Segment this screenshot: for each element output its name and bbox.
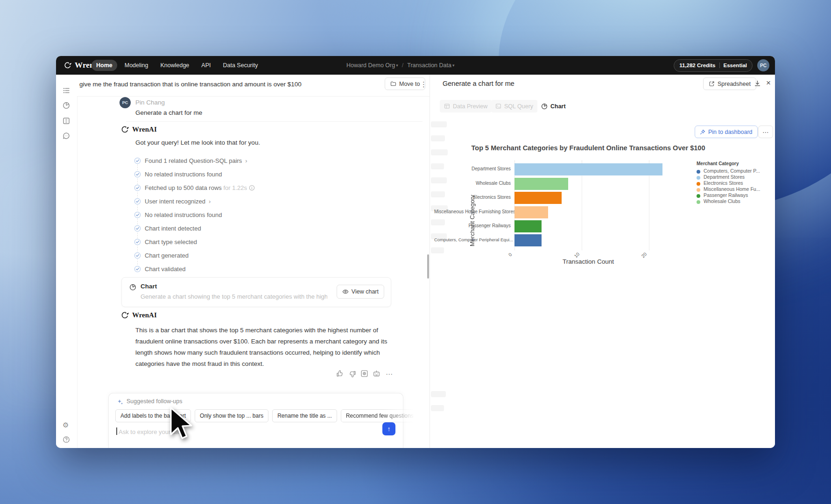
user-name: Pin Chang <box>135 99 165 106</box>
arrow-up-icon: ↑ <box>387 425 391 433</box>
thread-menu-kebab-icon[interactable]: ⋮ <box>420 80 427 89</box>
user-message: Generate a chart for me <box>135 109 202 116</box>
help-icon[interactable] <box>63 436 70 443</box>
download-icon[interactable] <box>754 80 761 87</box>
legend-dot <box>697 176 700 180</box>
pin-label: Pin to dashboard <box>708 129 753 135</box>
category-label: Department Stores <box>434 166 511 171</box>
tab-label: Data Preview <box>453 103 487 110</box>
project-dropdown[interactable]: Transaction Data ▾ <box>407 62 454 69</box>
category-label: Miscellaneous Home Furnishing Stores <box>434 209 511 214</box>
left-icon-rail: ⚙ <box>56 75 77 448</box>
legend-dot <box>697 188 700 192</box>
bar-department-stores[interactable] <box>514 163 662 175</box>
move-to-label: Move to <box>399 81 420 87</box>
chat-icon[interactable] <box>63 132 70 140</box>
wrenai-app-window: WrenAI Home Modeling Knowledge API Data … <box>56 56 775 448</box>
chart-result-card[interactable]: Chart Generate a chart showing the top 5… <box>121 277 391 307</box>
credits-badge[interactable]: 11,282 Credits Essential <box>674 59 753 72</box>
tab-label: Chart <box>550 103 566 110</box>
step-row: Fetched up to 500 data rows for 1.22s <box>145 184 255 191</box>
dashboard-icon[interactable] <box>63 117 70 125</box>
user-avatar[interactable]: PC <box>757 59 769 71</box>
project-name: Transaction Data <box>407 62 451 69</box>
step-row[interactable]: User intent recognized› <box>145 198 211 205</box>
chart-x-axis-label: Transaction Count <box>542 258 635 265</box>
tab-chart[interactable]: Chart <box>537 100 570 112</box>
navbar-right: 11,282 Credits Essential PC <box>674 56 769 75</box>
legend-item: Wholesale Clubs <box>704 198 740 204</box>
pie-chart-icon <box>129 284 136 291</box>
thumbs-down-icon[interactable] <box>348 370 356 378</box>
wrenai-logo-icon <box>63 61 71 70</box>
send-button[interactable]: ↑ <box>382 422 395 435</box>
bar-electronics-stores[interactable] <box>514 192 562 204</box>
spreadsheet-button[interactable]: Spreadsheet <box>703 77 756 90</box>
ask-input[interactable] <box>118 425 372 438</box>
chevron-right-icon: › <box>209 198 211 205</box>
info-icon[interactable] <box>249 185 255 191</box>
step-row: No related instructions found <box>145 211 222 218</box>
tab-data-preview[interactable]: Data Preview <box>440 100 492 112</box>
nav-item-knowledge[interactable]: Knowledge <box>155 60 194 71</box>
thumbs-up-icon[interactable] <box>336 370 344 378</box>
category-label: Computers, Computer Peripheral Equi... <box>434 237 511 242</box>
legend-item: Computers, Computer P... <box>704 168 760 174</box>
message-divider <box>126 121 423 122</box>
bar-wholesale-clubs[interactable] <box>514 178 568 190</box>
step-row[interactable]: Found 1 related Question-SQL pairs› <box>145 157 247 164</box>
desktop-wallpaper: WrenAI Home Modeling Knowledge API Data … <box>0 0 831 504</box>
more-options-icon[interactable]: ⋯ <box>386 370 393 378</box>
followup-chips: Add labels to the bar chart Only show th… <box>115 409 419 422</box>
settings-gear-icon[interactable]: ⚙ <box>63 421 69 429</box>
step-row: Chart validated <box>145 266 185 273</box>
panel-title: Generate a chart for me <box>443 80 514 87</box>
panel-more-button[interactable]: ⋯ <box>758 126 773 138</box>
skeleton-stripe <box>431 149 448 155</box>
badge-divider <box>719 63 720 68</box>
export-image-icon[interactable] <box>360 370 368 378</box>
robot-icon[interactable] <box>373 370 380 378</box>
bar-passenger-railways[interactable] <box>514 220 542 232</box>
nav-item-data-security[interactable]: Data Security <box>218 60 262 71</box>
followup-chip[interactable]: Only show the top ... bars <box>195 409 268 422</box>
check-circle-icon <box>134 238 141 245</box>
move-to-button[interactable]: Move to <box>385 77 425 90</box>
pie-chart-icon <box>541 103 548 110</box>
category-label: Passenger Railways <box>434 223 511 228</box>
followup-chip[interactable]: Rename the title as ... <box>272 409 337 422</box>
avatar: PC <box>120 97 131 108</box>
wrenai-logo-icon <box>120 311 129 320</box>
step-row: Chart type selected <box>145 238 197 245</box>
text-caret <box>116 427 117 435</box>
close-icon[interactable]: × <box>766 78 771 88</box>
skeleton-stripe <box>431 121 447 127</box>
top-navbar: WrenAI Home Modeling Knowledge API Data … <box>56 56 775 75</box>
legend-title: Merchant Category <box>697 161 739 166</box>
chat-scrollbar-thumb[interactable] <box>427 254 429 279</box>
nav-item-home[interactable]: Home <box>92 60 117 71</box>
legend-item: Department Stores <box>704 174 745 180</box>
chevron-down-icon: ▾ <box>396 63 398 68</box>
chart-title: Top 5 Merchant Categories by Fraudulent … <box>453 144 724 152</box>
bar-computers-peripheral[interactable] <box>514 234 542 246</box>
org-dropdown[interactable]: Howard Demo Org ▾ <box>346 62 398 69</box>
bar-misc-home-furnishing[interactable] <box>514 206 548 218</box>
suggested-followups-card: Suggested follow-ups Add labels to the b… <box>108 393 403 448</box>
pie-chart-icon[interactable] <box>63 102 70 109</box>
plan-name: Essential <box>724 63 747 68</box>
skeleton-stripe <box>431 135 445 141</box>
nav-item-modeling[interactable]: Modeling <box>120 60 153 71</box>
pin-to-dashboard-button[interactable]: Pin to dashboard <box>695 126 758 138</box>
pin-icon <box>700 129 705 135</box>
sparkle-icon <box>117 399 123 405</box>
legend-dot <box>697 170 700 174</box>
check-circle-icon <box>134 171 141 178</box>
view-chart-button[interactable]: View chart <box>337 285 384 299</box>
threads-list-icon[interactable] <box>63 87 70 94</box>
nav-item-api[interactable]: API <box>197 60 215 71</box>
tab-sql-query[interactable]: SQL Query <box>491 100 537 112</box>
followup-chip[interactable]: Recommend few questions <box>341 409 419 422</box>
step-row: Chart intent detected <box>145 225 201 232</box>
legend-dot <box>697 182 700 186</box>
